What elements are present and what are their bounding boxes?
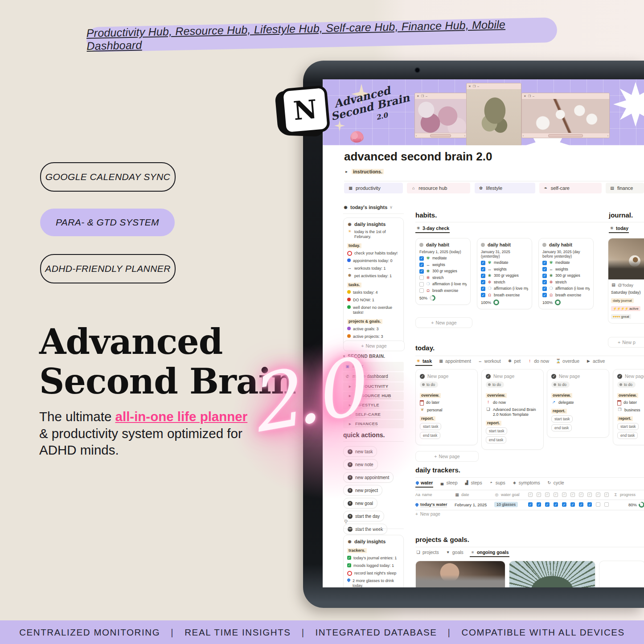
hub-tab-productivity[interactable]: ▦productivity bbox=[344, 183, 403, 193]
daily-insights-card[interactable]: ◉daily insights☀today is the 1st of Febr… bbox=[343, 217, 404, 346]
tracker-tab-sleep[interactable]: ▄sleep bbox=[439, 479, 458, 488]
widget-icon[interactable]: ⚲ bbox=[344, 519, 348, 525]
window-scrollbar[interactable]: ‹› bbox=[522, 133, 609, 138]
hub-tab-resource-hub[interactable]: ⌂resource hub bbox=[407, 183, 470, 193]
today-tab-pet[interactable]: ✽pet bbox=[507, 357, 521, 366]
daily-insights-trackers-card[interactable]: ◉daily insightstrackers.✓today's journal… bbox=[343, 535, 404, 587]
task-button-start-task[interactable]: start task bbox=[617, 423, 639, 430]
today-tab-active[interactable]: ▶active bbox=[586, 357, 605, 366]
today-tab-appointment[interactable]: ▦appointment bbox=[438, 357, 472, 366]
habit-card[interactable]: daily habitJanuary 30, 2025 (day before … bbox=[538, 238, 594, 309]
tracker-tab-steps[interactable]: ▟steps bbox=[464, 479, 483, 488]
project-tab-projects[interactable]: ❏projects bbox=[415, 549, 439, 557]
checkbox[interactable]: ✓ bbox=[542, 267, 547, 271]
habit-item[interactable]: ✓Ωbreath exercise bbox=[542, 293, 590, 297]
habit-item[interactable]: ✓❀300 gr veggies bbox=[481, 274, 528, 278]
divider bbox=[344, 181, 644, 181]
checkbox[interactable] bbox=[419, 275, 424, 280]
hub-tab-finance[interactable]: ▤finance bbox=[606, 183, 644, 193]
task-card[interactable]: ✓New pageto dooverview.do later❐business… bbox=[613, 369, 644, 445]
habit-item[interactable]: ✓❍affirmation (i love myself,... bbox=[481, 287, 528, 291]
checkbox[interactable]: ✓ bbox=[542, 261, 547, 265]
task-button-start-task[interactable]: start task bbox=[486, 427, 507, 435]
today-tab-overdue[interactable]: ⌛overdue bbox=[555, 357, 580, 366]
project-tab-goals[interactable]: ♥goals bbox=[445, 549, 464, 557]
task-card[interactable]: ✓New pageto dooverview.↗delegatereport.s… bbox=[547, 369, 609, 438]
tracker-new-page-button[interactable]: +New page bbox=[415, 512, 440, 517]
habit-item[interactable]: Ωbreath exercise bbox=[419, 288, 467, 293]
habit-item[interactable]: ✓↔weights bbox=[419, 263, 467, 267]
task-button-end-task[interactable]: end task bbox=[486, 436, 506, 443]
habits-new-page-button[interactable]: +New page bbox=[415, 317, 472, 328]
tracker-tab-cycle[interactable]: ↻cycle bbox=[546, 479, 565, 488]
checkbox[interactable]: ✓ bbox=[542, 287, 547, 291]
checkbox[interactable]: ✓ bbox=[481, 280, 485, 284]
habit-card[interactable]: daily habitFebruary 1, 2025 (today)✓✾med… bbox=[415, 238, 471, 305]
journal-new-page-button[interactable]: +New p bbox=[608, 337, 644, 348]
habit-item[interactable]: ✓❀300 gr veggies bbox=[419, 269, 467, 274]
checkbox[interactable]: ✓ bbox=[481, 261, 485, 265]
quick-action-start-the-day[interactable]: +start the day bbox=[343, 511, 384, 521]
today-tab-do-now[interactable]: !do now bbox=[527, 357, 550, 366]
checkbox[interactable]: ✓ bbox=[554, 502, 558, 507]
habit-item[interactable]: ✻stretch bbox=[419, 275, 467, 280]
habit-item[interactable]: ✓❍affirmation (i love myself,... bbox=[542, 287, 590, 291]
habit-item[interactable]: ✓❀300 gr veggies bbox=[542, 274, 590, 278]
tracker-tab-symptoms[interactable]: ◈symptoms bbox=[512, 479, 541, 488]
checkbox[interactable]: ✓ bbox=[481, 293, 485, 297]
quick-action-start-the-week[interactable]: +start the week bbox=[343, 524, 387, 534]
checkbox[interactable]: ✓ bbox=[481, 274, 485, 278]
checkbox[interactable]: ✓ bbox=[542, 280, 547, 284]
hub-tab-lifestyle[interactable]: ✿lifestyle bbox=[475, 183, 535, 193]
habit-item[interactable]: ✓✾meditate bbox=[419, 256, 467, 261]
habit-item[interactable]: ✓✻stretch bbox=[542, 280, 590, 284]
mirror-icon: ❍ bbox=[487, 287, 492, 291]
habits-view-tab[interactable]: ☀ 3-day check bbox=[415, 225, 450, 233]
window-scrollbar[interactable]: ‹› bbox=[415, 133, 466, 138]
project-card-image[interactable] bbox=[509, 561, 595, 587]
journal-card[interactable]: ▤ @Today Saturday (today) daily journal⚡… bbox=[608, 238, 644, 324]
habit-item[interactable]: ❍affirmation (i love myself,... bbox=[419, 282, 467, 287]
checkbox[interactable] bbox=[604, 502, 609, 507]
checkbox[interactable]: ✓ bbox=[419, 263, 424, 267]
retro-window-flowers: ✕ ❐ – ‹› bbox=[414, 93, 467, 138]
tracker-tab-sups[interactable]: ◓sups bbox=[488, 479, 506, 488]
quick-action-new-goal[interactable]: +new goal bbox=[343, 498, 377, 509]
project-card-image[interactable] bbox=[599, 561, 644, 587]
hub-nav-tabs: ▦productivity⌂resource hub✿lifestyle❧sel… bbox=[344, 183, 644, 193]
checkbox[interactable]: ✓ bbox=[570, 502, 575, 507]
habit-item[interactable]: ✓Ωbreath exercise bbox=[481, 293, 528, 297]
project-tab-ongoing-goals[interactable]: ≡ongoing goals bbox=[470, 549, 509, 557]
checkbox[interactable]: ✓ bbox=[537, 502, 541, 507]
checkbox[interactable]: ✓ bbox=[542, 293, 547, 297]
checkbox[interactable] bbox=[419, 282, 424, 287]
task-button-end-task[interactable]: end task bbox=[551, 424, 572, 431]
checkbox[interactable]: ✓ bbox=[481, 287, 485, 291]
today-tab-workout[interactable]: ↔workout bbox=[477, 357, 501, 366]
instructions-toggle[interactable]: ▸ instructions. bbox=[344, 169, 384, 174]
checkbox[interactable]: ✓ bbox=[587, 502, 592, 507]
task-button-start-task[interactable]: start task bbox=[551, 415, 573, 422]
checkbox[interactable]: ✓ bbox=[481, 267, 485, 271]
checkbox[interactable] bbox=[596, 502, 600, 507]
checkbox[interactable]: ✓ bbox=[419, 269, 424, 274]
hub-tab-self-care[interactable]: ❧self-care bbox=[539, 183, 602, 193]
checkbox[interactable]: ✓ bbox=[562, 502, 566, 507]
checkbox[interactable]: ✓ bbox=[542, 274, 547, 278]
task-button-end-task[interactable]: end task bbox=[617, 432, 638, 439]
task-card[interactable]: ✓New pageto dooverview.!do now❏Advanced … bbox=[481, 369, 544, 450]
habit-item[interactable]: ✓✻stretch bbox=[481, 280, 528, 284]
checkbox[interactable] bbox=[419, 288, 424, 293]
checkbox[interactable]: ✓ bbox=[528, 502, 533, 507]
habit-item[interactable]: ✓✾meditate bbox=[542, 261, 590, 265]
checkbox[interactable]: ✓ bbox=[545, 502, 550, 507]
todays-insights-header[interactable]: ◉ today's insights ∨ bbox=[343, 205, 393, 210]
checkbox[interactable]: ✓ bbox=[579, 502, 583, 507]
checkbox[interactable]: ✓ bbox=[419, 256, 424, 261]
habit-card[interactable]: daily habitJanuary 31, 2025 (yesterday)✓… bbox=[477, 238, 532, 309]
habit-item[interactable]: ✓↔weights bbox=[542, 267, 590, 271]
habit-item[interactable]: ✓↔weights bbox=[481, 267, 528, 271]
project-card-image[interactable] bbox=[415, 561, 505, 587]
habit-item[interactable]: ✓✾meditate bbox=[481, 261, 528, 265]
journal-view-tab[interactable]: ☀ today bbox=[609, 225, 629, 233]
